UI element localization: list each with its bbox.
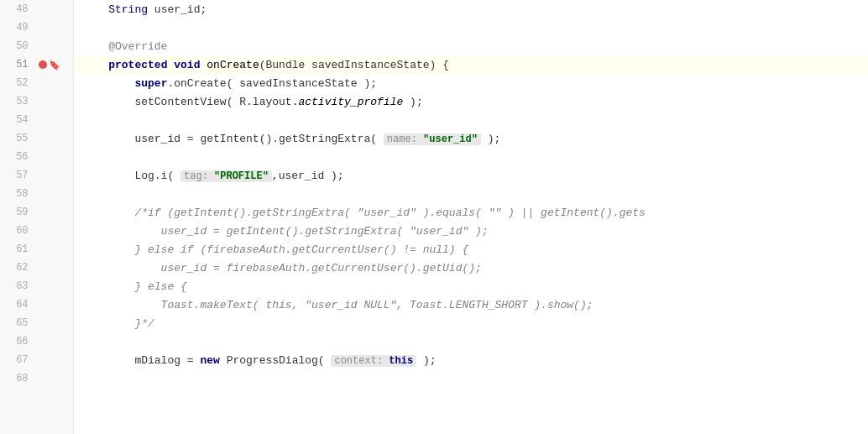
- line-number-56: 56: [0, 151, 35, 163]
- code-content-area: String user_id; @Override protected void…: [74, 0, 868, 434]
- line-number-gutter: 48 49 50 51 🔖 52 53: [0, 0, 74, 434]
- gutter-row-48: 48: [0, 0, 73, 18]
- line-number-61: 61: [0, 243, 35, 255]
- code-line-61: } else if (firebaseAuth.getCurrentUser()…: [74, 240, 868, 259]
- code-line-60: user_id = getIntent().getStringExtra( "u…: [74, 222, 868, 240]
- code-text-60: user_id = getIntent().getStringExtra( "u…: [82, 225, 489, 238]
- code-text-67: mDialog = new ProgressDialog( context: t…: [82, 354, 437, 367]
- gutter-row-51: 51 🔖: [0, 55, 73, 74]
- line-number-59: 59: [0, 207, 35, 218]
- code-line-53: setContentView( R.layout.activity_profil…: [74, 92, 868, 111]
- line-number-57: 57: [0, 170, 35, 181]
- code-line-66: [74, 332, 868, 351]
- code-text-63: } else {: [82, 280, 187, 293]
- line-number-65: 65: [0, 317, 35, 329]
- gutter-row-67: 67: [0, 351, 73, 369]
- code-text-61: } else if (firebaseAuth.getCurrentUser()…: [82, 243, 468, 256]
- line-number-62: 62: [0, 262, 35, 274]
- code-line-54: [74, 111, 868, 129]
- gutter-row-62: 62: [0, 259, 73, 277]
- line-number-54: 54: [0, 114, 35, 126]
- line-number-64: 64: [0, 299, 35, 311]
- code-line-50: @Override: [74, 37, 868, 55]
- gutter-row-49: 49: [0, 18, 73, 37]
- code-line-56: [74, 148, 868, 166]
- gutter-row-65: 65: [0, 314, 73, 332]
- code-text-53: setContentView( R.layout.activity_profil…: [82, 96, 423, 108]
- gutter-row-61: 61: [0, 240, 73, 259]
- gutter-row-68: 68: [0, 369, 73, 388]
- line-number-67: 67: [0, 354, 35, 366]
- code-text-51: protected void onCreate(Bundle savedInst…: [82, 59, 449, 71]
- code-line-65: }*/: [74, 314, 868, 332]
- code-line-48: String user_id;: [74, 0, 868, 18]
- gutter-row-60: 60: [0, 222, 73, 240]
- annotation-override: @Override: [82, 40, 167, 53]
- gutter-row-64: 64: [0, 295, 73, 314]
- line-number-52: 52: [0, 77, 35, 89]
- code-text-59: /*if (getIntent().getStringExtra( "user_…: [82, 207, 646, 219]
- line-number-66: 66: [0, 336, 35, 348]
- code-text-57: Log.i( tag: "PROFILE",user_id );: [82, 170, 344, 182]
- gutter-row-55: 55: [0, 129, 73, 148]
- code-line-63: } else {: [74, 277, 868, 295]
- line-number-53: 53: [0, 96, 35, 107]
- code-line-67: mDialog = new ProgressDialog( context: t…: [74, 351, 868, 369]
- code-line-52: super.onCreate( savedInstanceState );: [74, 74, 868, 92]
- gutter-row-63: 63: [0, 277, 73, 295]
- code-line-62: user_id = firebaseAuth.getCurrentUser().…: [74, 259, 868, 277]
- gutter-row-50: 50: [0, 37, 73, 55]
- line-number-50: 50: [0, 40, 35, 52]
- code-text-48: String user_id;: [82, 3, 207, 16]
- code-line-57: Log.i( tag: "PROFILE",user_id );: [74, 166, 868, 185]
- code-line-49: [74, 18, 868, 37]
- code-text-52: super.onCreate( savedInstanceState );: [82, 77, 377, 90]
- code-line-64: Toast.makeText( this, "user_id NULL", To…: [74, 295, 868, 314]
- code-line-58: [74, 185, 868, 203]
- gutter-row-66: 66: [0, 332, 73, 351]
- breakpoint-icon[interactable]: [39, 60, 47, 69]
- code-line-55: user_id = getIntent().getStringExtra( na…: [74, 129, 868, 148]
- gutter-row-54: 54: [0, 111, 73, 129]
- bookmark-icon[interactable]: 🔖: [49, 60, 60, 71]
- gutter-row-52: 52: [0, 74, 73, 92]
- code-text-64: Toast.makeText( this, "user_id NULL", To…: [82, 299, 593, 311]
- line-number-68: 68: [0, 373, 35, 384]
- gutter-row-56: 56: [0, 148, 73, 166]
- code-editor: 48 49 50 51 🔖 52 53: [0, 0, 868, 434]
- line-number-63: 63: [0, 280, 35, 292]
- gutter-row-59: 59: [0, 203, 73, 222]
- code-line-51: protected void onCreate(Bundle savedInst…: [74, 55, 868, 74]
- gutter-row-53: 53: [0, 92, 73, 111]
- line-number-51: 51: [0, 59, 35, 71]
- line-number-58: 58: [0, 188, 35, 200]
- code-line-68: [74, 369, 868, 388]
- code-text-55: user_id = getIntent().getStringExtra( na…: [82, 133, 500, 145]
- line-number-60: 60: [0, 225, 35, 237]
- line-number-55: 55: [0, 133, 35, 144]
- code-text-65: }*/: [82, 317, 154, 330]
- gutter-icons-51: 🔖: [35, 60, 73, 71]
- gutter-row-57: 57: [0, 166, 73, 185]
- code-text-62: user_id = firebaseAuth.getCurrentUser().…: [82, 262, 482, 275]
- line-number-49: 49: [0, 22, 35, 34]
- line-number-48: 48: [0, 3, 35, 15]
- code-line-59: /*if (getIntent().getStringExtra( "user_…: [74, 203, 868, 222]
- gutter-row-58: 58: [0, 185, 73, 203]
